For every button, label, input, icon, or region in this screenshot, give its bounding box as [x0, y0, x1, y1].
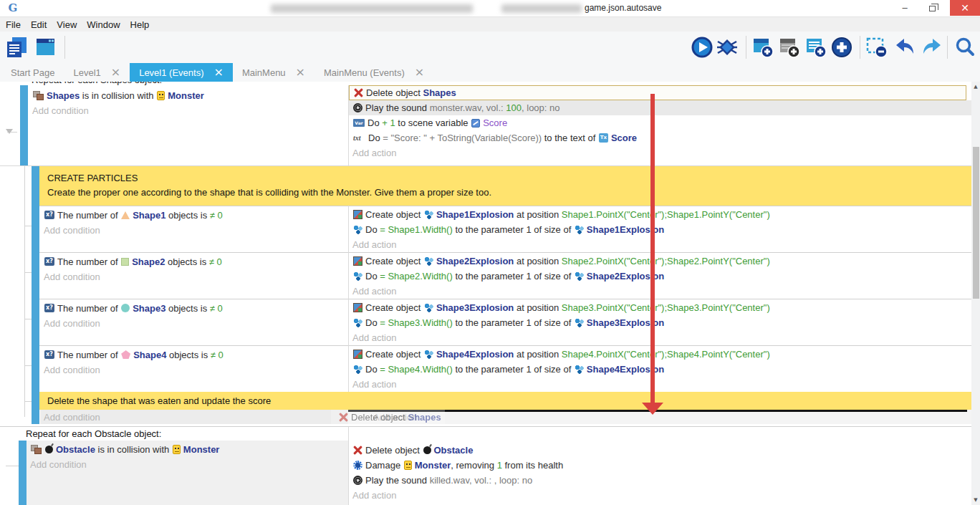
add-condition-button[interactable]: Add condition — [29, 103, 348, 118]
close-tab-icon[interactable] — [213, 67, 223, 78]
repeat-event-header[interactable]: Repeat for each Obstacle object: — [26, 428, 161, 439]
condition-row[interactable]: The number of Shape3 objects is ≠ 0 — [40, 301, 348, 316]
conditions-cell: Shapes is in collision with MonsterAdd c… — [29, 85, 348, 165]
add-action-button[interactable]: Add action — [370, 410, 971, 425]
scenevar-icon — [471, 119, 480, 128]
condition-row[interactable]: Obstacle is in collision with Monster — [27, 442, 348, 457]
condition-row[interactable]: The number of Shape4 objects is ≠ 0 — [40, 347, 348, 362]
add-action-button[interactable]: Add action — [349, 284, 971, 299]
del-icon — [354, 88, 363, 97]
search-magnifier-button[interactable] — [953, 35, 977, 59]
event-drag-bar[interactable] — [32, 252, 39, 299]
action-row[interactable]: Delete object Shapes — [349, 85, 966, 100]
event-drag-bar[interactable] — [32, 410, 39, 424]
scene-window-button[interactable] — [33, 35, 57, 59]
menu-edit[interactable]: Edit — [31, 19, 54, 30]
add-condition-button[interactable]: Add condition — [40, 362, 348, 377]
menu-window[interactable]: Window — [87, 19, 127, 30]
restore-button[interactable] — [920, 0, 944, 16]
menu-file[interactable]: File — [6, 19, 28, 30]
action-row[interactable]: Play the sound monster.wav, vol.: 100, l… — [349, 100, 971, 115]
sound-icon — [353, 103, 362, 112]
text-segment: Add action — [352, 379, 396, 390]
text-segment: The number of — [57, 256, 120, 267]
add-event-button[interactable] — [751, 35, 775, 59]
add-condition-button[interactable]: Add condition — [40, 316, 348, 331]
scroll-up-icon[interactable]: ▲ — [971, 82, 980, 92]
condition-row[interactable]: Shapes is in collision with Monster — [29, 88, 348, 103]
close-tab-icon[interactable] — [415, 67, 424, 78]
play-preview-button[interactable] — [690, 35, 714, 59]
action-row[interactable]: Do + 1 to scene variable Score — [349, 115, 971, 130]
scroll-down-icon[interactable]: ▼ — [971, 495, 980, 505]
action-row[interactable]: Create object Shape4Explosion at positio… — [349, 347, 971, 362]
action-row[interactable]: Create object Shape3Explosion at positio… — [349, 300, 971, 315]
menu-view[interactable]: View — [57, 19, 84, 30]
text-segment: killed.wav, vol.: , loop: no — [430, 475, 533, 486]
add-condition-button[interactable]: Add condition — [40, 410, 348, 425]
project-manager-button[interactable] — [4, 35, 29, 59]
tab-label: Start Page — [11, 67, 54, 78]
tab-mainmenu-events-[interactable]: MainMenu (Events) — [314, 63, 433, 82]
event-drag-bar[interactable] — [19, 441, 27, 505]
event-drag-bar[interactable] — [32, 345, 39, 392]
tab-start-page[interactable]: Start Page — [1, 63, 64, 82]
event-drag-bar[interactable] — [32, 299, 39, 345]
event-drag-bar[interactable] — [32, 206, 39, 252]
vertical-scrollbar[interactable]: ▲ ▼ — [971, 82, 980, 505]
undo-arrow-button[interactable] — [893, 35, 917, 59]
comment-block[interactable]: Delete the shape that was eaten and upda… — [39, 392, 971, 410]
action-row[interactable]: Create object Shape1Explosion at positio… — [349, 207, 971, 222]
add-action-button[interactable]: Add action — [349, 237, 971, 252]
action-row[interactable]: Do = Shape4.Width() to the parameter 1 o… — [349, 362, 971, 377]
debug-bug-button[interactable] — [715, 35, 739, 59]
add-action-button[interactable]: Add action — [349, 488, 971, 503]
collision-icon — [33, 91, 44, 100]
text-segment: objects is — [165, 256, 208, 267]
event-drag-bar[interactable] — [32, 166, 39, 206]
menu-help[interactable]: Help — [130, 19, 157, 30]
tab-level1-events-[interactable]: Level1 (Events) — [130, 63, 233, 82]
action-row[interactable]: Delete object Obstacle — [349, 443, 971, 458]
add-action-button[interactable]: Add action — [349, 330, 971, 345]
action-row[interactable]: Do = Shape2.Width() to the parameter 1 o… — [349, 269, 971, 284]
add-condition-button[interactable]: Add condition — [27, 457, 348, 472]
add-action-button[interactable]: Add action — [349, 377, 971, 392]
title-redacted-text — [271, 4, 473, 13]
text-segment: Obstacle — [434, 445, 474, 456]
scrollbar-thumb[interactable] — [973, 147, 979, 299]
add-action-button[interactable]: Add action — [349, 145, 971, 160]
close-tab-icon[interactable] — [296, 67, 305, 78]
event-drag-bar[interactable] — [32, 392, 39, 410]
add-condition-button[interactable]: Add condition — [40, 223, 348, 238]
event-drag-bar[interactable] — [20, 85, 28, 165]
tab-mainmenu[interactable]: MainMenu — [233, 63, 314, 82]
text-segment: Delete object — [365, 445, 423, 456]
actions-cell: Create object Shape4Explosion at positio… — [348, 345, 971, 392]
close-tab-icon[interactable] — [111, 67, 120, 78]
add-comment-button[interactable] — [804, 35, 828, 59]
delete-selection-button[interactable] — [865, 35, 889, 59]
action-row[interactable]: Do = "Score: " + ToString(Variable(Score… — [349, 130, 971, 145]
condition-row[interactable]: The number of Shape1 objects is ≠ 0 — [40, 208, 348, 223]
minimize-button[interactable]: – — [893, 0, 917, 16]
collapse-arrow-icon[interactable] — [6, 129, 13, 134]
condition-row[interactable]: The number of Shape2 objects is ≠ 0 — [40, 254, 348, 269]
comment-block[interactable]: CREATE PARTICLES Create the proper one a… — [39, 166, 971, 206]
text-segment: Delete object — [351, 412, 408, 423]
action-row[interactable]: Do = Shape1.Width() to the parameter 1 o… — [349, 222, 971, 237]
tree-connector — [24, 365, 32, 366]
close-button[interactable]: ✕ — [950, 0, 980, 16]
action-row[interactable]: Damage Monster, removing 1 from its heal… — [349, 458, 971, 473]
dragged-action-row[interactable]: Delete object Shapes — [335, 410, 441, 425]
tab-level1[interactable]: Level1 — [64, 63, 130, 82]
add-subevent-button[interactable] — [777, 35, 802, 59]
text-segment: at position — [514, 349, 562, 360]
redo-arrow-button[interactable] — [920, 35, 944, 59]
action-row[interactable]: Play the sound killed.wav, vol.: , loop:… — [349, 473, 971, 488]
add-plus-circle-button[interactable] — [830, 35, 854, 59]
action-row[interactable]: Create object Shape2Explosion at positio… — [349, 254, 971, 269]
action-row[interactable]: Do = Shape3.Width() to the parameter 1 o… — [349, 315, 971, 330]
add-condition-button[interactable]: Add condition — [40, 269, 348, 284]
text-segment: Shape4Explosion — [436, 349, 514, 360]
